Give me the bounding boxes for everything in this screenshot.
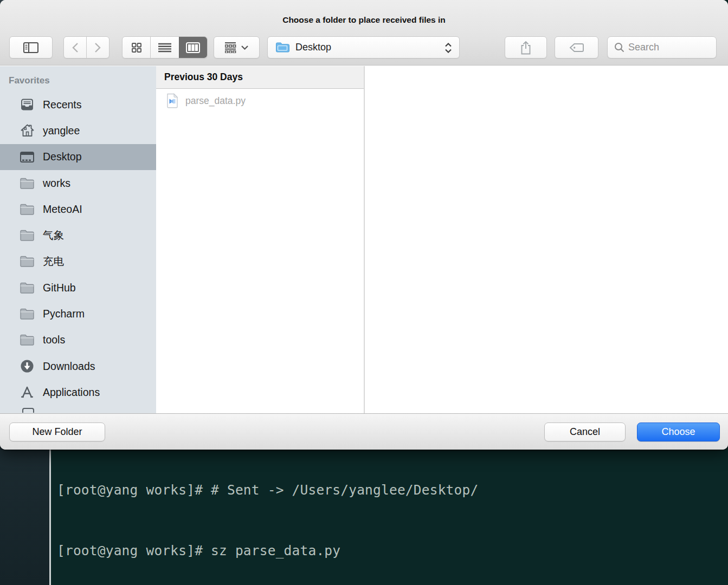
home-icon <box>20 123 35 138</box>
sidebar-item-downloads[interactable]: Downloads <box>0 353 156 379</box>
sidebar-item-recents[interactable]: Recents <box>0 92 156 118</box>
folder-icon <box>20 280 35 295</box>
file-name: parse_data.py <box>185 95 246 107</box>
forward-icon <box>94 42 101 53</box>
arrange-button[interactable] <box>214 36 260 58</box>
cancel-button[interactable]: Cancel <box>544 422 626 441</box>
terminal-output: [root@yang works]# # Sent -> /Users/yang… <box>57 439 478 585</box>
folder-icon <box>20 254 35 269</box>
dialog-title: Choose a folder to place received files … <box>0 15 728 25</box>
sidebar: Favorites Recents yanglee <box>0 66 156 413</box>
group-header: Previous 30 Days <box>156 66 364 89</box>
folder-icon <box>20 202 35 217</box>
search-input[interactable] <box>628 42 710 53</box>
recents-icon <box>20 97 35 112</box>
new-folder-button[interactable]: New Folder <box>9 422 105 441</box>
view-mode-buttons <box>122 36 208 58</box>
sidebar-item-label: Recents <box>43 99 82 111</box>
updown-chevrons-icon <box>444 43 452 53</box>
list-view-icon <box>158 43 171 53</box>
search-box[interactable] <box>607 36 717 58</box>
share-button[interactable] <box>505 36 547 58</box>
dialog-footer: New Folder Cancel Choose <box>0 413 728 450</box>
arrange-icon <box>225 42 237 53</box>
sidebar-item-weather[interactable]: 气象 <box>0 222 156 248</box>
folder-icon <box>20 333 35 348</box>
sidebar-item-pycharm[interactable]: Pycharm <box>0 301 156 327</box>
sidebar-item-label: Desktop <box>43 151 82 163</box>
python-file-icon <box>166 93 179 109</box>
back-button[interactable] <box>64 37 86 58</box>
sidebar-section-label: Favorites <box>9 75 50 86</box>
location-dropdown[interactable]: Desktop <box>267 36 460 58</box>
tag-button[interactable] <box>555 36 598 58</box>
chevron-down-icon <box>241 46 248 50</box>
sidebar-item-works[interactable]: works <box>0 170 156 196</box>
sidebar-item-partial <box>22 407 35 413</box>
dialog-chrome: Choose a folder to place received files … <box>0 0 728 66</box>
sidebar-toggle-button[interactable] <box>9 36 53 58</box>
choose-folder-dialog: Choose a folder to place received files … <box>0 0 728 450</box>
sidebar-item-charging[interactable]: 充电 <box>0 249 156 275</box>
grid-view-icon <box>132 43 141 53</box>
sidebar-item-label: 气象 <box>43 228 64 243</box>
share-icon <box>520 41 532 55</box>
column-view-icon <box>186 42 200 53</box>
list-view-button[interactable] <box>150 37 178 58</box>
folder-icon <box>20 228 35 243</box>
sidebar-item-label: Pycharm <box>43 308 85 320</box>
file-row[interactable]: parse_data.py <box>166 90 246 112</box>
sidebar-item-label: tools <box>43 334 65 346</box>
applications-icon <box>20 385 35 400</box>
sidebar-item-home[interactable]: yanglee <box>0 118 156 144</box>
file-column: Previous 30 Days parse_data.py <box>156 66 364 413</box>
icon-view-button[interactable] <box>123 37 150 58</box>
sidebar-item-label: Downloads <box>43 360 95 373</box>
folder-icon <box>20 176 35 191</box>
column-view-button[interactable] <box>179 37 207 58</box>
choose-button[interactable]: Choose <box>637 422 720 441</box>
back-icon <box>72 42 79 53</box>
column-divider <box>364 66 365 413</box>
sidebar-item-label: 充电 <box>43 254 64 269</box>
terminal-line: [root@yang works]# sz parse_data.py <box>57 541 478 561</box>
folder-icon <box>20 307 35 322</box>
sidebar-item-label: GitHub <box>43 282 76 294</box>
sidebar-item-tools[interactable]: tools <box>0 327 156 353</box>
sidebar-item-label: works <box>43 177 70 190</box>
sidebar-item-desktop[interactable]: Desktop <box>0 144 156 170</box>
location-label: Desktop <box>295 42 331 53</box>
folder-blue-icon <box>275 42 289 53</box>
nav-buttons <box>63 36 109 58</box>
terminal-line: [root@yang works]# # Sent -> /Users/yang… <box>57 480 478 500</box>
dialog-content: Favorites Recents yanglee <box>0 66 728 413</box>
sidebar-item-label: Applications <box>43 386 100 399</box>
sidebar-item-applications[interactable]: Applications <box>0 379 156 405</box>
search-icon <box>614 42 624 53</box>
sidebar-toggle-icon <box>23 42 39 54</box>
sidebar-item-meteoai[interactable]: MeteoAI <box>0 196 156 222</box>
tag-icon <box>569 43 584 53</box>
sidebar-item-label: MeteoAI <box>43 203 82 216</box>
sidebar-item-label: yanglee <box>43 125 80 137</box>
downloads-icon <box>20 359 35 374</box>
forward-button[interactable] <box>86 37 109 58</box>
sidebar-item-github[interactable]: GitHub <box>0 275 156 301</box>
desktop-icon <box>20 150 35 165</box>
